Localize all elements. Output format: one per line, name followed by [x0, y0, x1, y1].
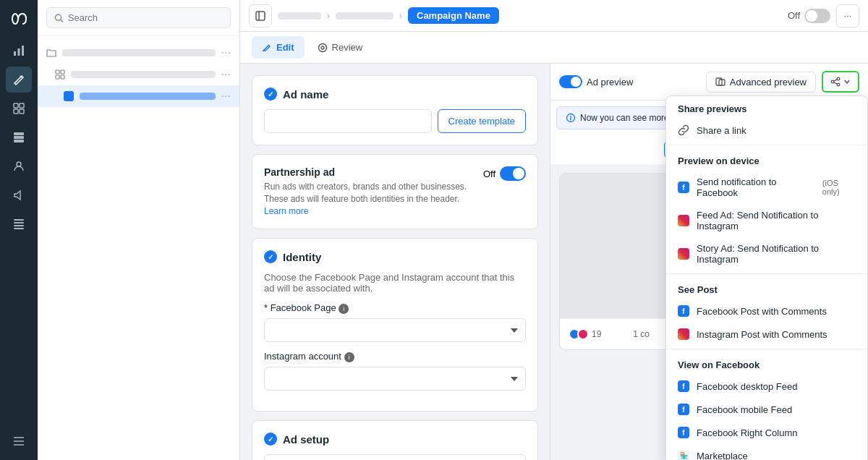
tree-item-3[interactable]: ··· — [38, 85, 239, 107]
sidebar-item-flag[interactable] — [6, 211, 32, 237]
share-dropdown-menu: Share previews Share a link Preview on d… — [665, 95, 868, 460]
ad-name-title-text: Ad name — [283, 88, 328, 101]
breadcrumb-item-2 — [336, 12, 393, 20]
link-icon — [678, 124, 689, 136]
identity-check-icon: ✓ — [264, 250, 277, 263]
tree-item-dots-1[interactable]: ··· — [221, 46, 231, 59]
svg-rect-21 — [61, 75, 64, 79]
folder-icon — [46, 48, 56, 58]
off-toggle[interactable]: Off — [788, 9, 830, 23]
tree-item-label-2 — [71, 71, 216, 78]
breadcrumb-placeholder-1 — [278, 12, 321, 20]
sidebar — [0, 0, 38, 460]
sidebar-item-layers[interactable] — [6, 124, 32, 150]
ad-preview-label: Ad preview — [587, 77, 633, 88]
advanced-preview-icon — [715, 77, 726, 87]
instagram-select-wrap — [264, 367, 526, 391]
grid-small-icon — [55, 69, 65, 80]
partnership-knob — [513, 168, 524, 179]
sidebar-item-edit[interactable] — [6, 67, 32, 93]
send-facebook-item[interactable]: f Send notification to Facebook (iOS onl… — [666, 171, 867, 204]
instagram-info-icon[interactable]: i — [344, 352, 354, 362]
tree-item-dots-2[interactable]: ··· — [221, 68, 231, 81]
svg-line-17 — [61, 20, 63, 22]
search-input-wrap[interactable] — [46, 7, 231, 28]
search-icon — [54, 13, 64, 23]
fb-page-select-wrap — [264, 318, 526, 342]
breadcrumb-item-1 — [278, 12, 321, 20]
tab-edit[interactable]: Edit — [252, 36, 305, 59]
share-link-item[interactable]: Share a link — [666, 119, 867, 142]
instagram-icon-3 — [678, 328, 689, 340]
ig-post-comments-label: Instagram Post with Comments — [697, 329, 827, 340]
sidebar-item-people[interactable] — [6, 153, 32, 179]
ig-post-comments-item[interactable]: Instagram Post with Comments — [666, 323, 867, 346]
marketplace-icon: 🏪 — [678, 450, 689, 460]
story-instagram-label: Story Ad: Send Notification to Instagram — [697, 243, 856, 265]
fb-post-comments-item[interactable]: f Facebook Post with Comments — [666, 299, 867, 323]
ad-preview-switch[interactable] — [559, 75, 582, 88]
partnership-desc: Run ads with creators, brands and other … — [264, 181, 475, 217]
sidebar-toggle-btn[interactable] — [249, 4, 272, 27]
preview-panel: Ad preview Advanced preview Share previe… — [550, 64, 868, 460]
partnership-title: Partnership ad — [264, 166, 475, 178]
svg-rect-13 — [14, 222, 24, 223]
tree-item-2[interactable]: ··· — [38, 64, 239, 85]
share-icon — [830, 77, 841, 87]
fb-mobile-item[interactable]: f Facebook mobile Feed — [666, 398, 867, 421]
svg-point-0 — [12, 14, 18, 24]
svg-point-30 — [837, 83, 840, 86]
share-dropdown-btn[interactable] — [822, 71, 859, 93]
toggle-switch[interactable] — [804, 9, 830, 23]
fb-right-column-item[interactable]: f Facebook Right Column — [666, 421, 867, 444]
marketplace-item[interactable]: 🏪 Marketplace — [666, 444, 867, 460]
svg-rect-19 — [61, 70, 64, 74]
svg-rect-6 — [14, 109, 18, 114]
ad-preview-knob — [571, 77, 581, 87]
ios-only-note: (iOS only) — [822, 179, 856, 196]
tree-item-label-3 — [80, 93, 216, 100]
advanced-preview-btn[interactable]: Advanced preview — [706, 72, 816, 93]
create-template-btn[interactable]: Create template — [438, 109, 527, 133]
ad-preview-toggle: Ad preview — [559, 75, 633, 88]
partnership-toggle[interactable] — [500, 166, 526, 181]
sidebar-item-grid[interactable] — [6, 95, 32, 122]
more-options-btn[interactable]: ··· — [836, 4, 859, 27]
feed-instagram-item[interactable]: Feed Ad: Send Notification to Instagram — [666, 204, 867, 237]
search-input[interactable] — [68, 12, 223, 23]
facebook-icon: f — [678, 182, 689, 193]
share-section-title: Share previews — [666, 96, 867, 119]
tree-item-dots-3[interactable]: ··· — [221, 90, 231, 103]
tree-item-1[interactable]: ··· — [38, 42, 239, 64]
ad-name-input[interactable] — [264, 109, 432, 133]
sidebar-item-menu[interactable] — [6, 428, 32, 454]
comment-count: 1 co — [633, 329, 650, 339]
instagram-select[interactable] — [264, 367, 526, 391]
see-post-title: See Post — [666, 277, 867, 299]
instagram-field: Instagram account i — [264, 351, 526, 391]
ad-setup-check-icon: ✓ — [264, 433, 277, 446]
fb-desktop-item[interactable]: f Facebook desktop Feed — [666, 375, 867, 398]
learn-more-link[interactable]: Learn more — [264, 206, 308, 216]
sidebar-item-megaphone[interactable] — [6, 182, 32, 208]
instagram-icon-2 — [678, 248, 689, 260]
svg-rect-12 — [14, 219, 24, 221]
meta-logo[interactable] — [6, 6, 32, 32]
share-link-label: Share a link — [697, 125, 746, 136]
svg-line-31 — [834, 80, 838, 81]
facebook-icon-2: f — [678, 305, 689, 317]
sidebar-item-charts[interactable] — [6, 38, 32, 64]
svg-rect-8 — [14, 132, 24, 135]
partnership-section: Partnership ad Run ads with creators, br… — [252, 154, 538, 229]
fb-page-label: * Facebook Page i — [264, 302, 526, 314]
tab-review[interactable]: Review — [307, 36, 373, 59]
svg-point-16 — [55, 14, 61, 20]
chevron-down-icon — [843, 78, 851, 85]
create-ad-dropdown[interactable]: Create ad ▼ — [264, 454, 526, 460]
svg-point-24 — [318, 43, 326, 51]
fb-page-info-icon[interactable]: i — [339, 304, 349, 314]
story-instagram-item[interactable]: Story Ad: Send Notification to Instagram — [666, 237, 867, 271]
svg-point-28 — [837, 77, 840, 80]
fb-page-select[interactable] — [264, 318, 526, 342]
facebook-icon-5: f — [678, 427, 689, 438]
